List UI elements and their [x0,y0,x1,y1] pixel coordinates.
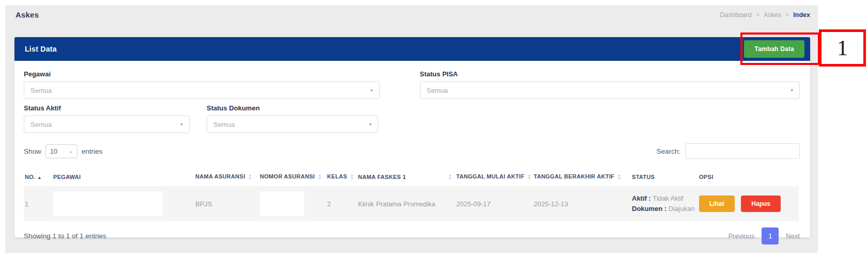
page-header: Askes Dashboard > Askes > Index [16,10,810,19]
sort-icon: ▲▼ [249,174,252,180]
cell-opsi: Lihat Hapus [698,186,799,221]
hapus-button[interactable]: Hapus [741,195,781,212]
cell-no: 1 [24,186,52,221]
filter-status-dokumen-label: Status Dokumen [207,104,378,112]
breadcrumb: Dashboard > Askes > Index [720,11,810,19]
entries-per-page-select[interactable]: 10 ⌄ [45,144,78,158]
dropdown-caret-icon: ▾ [370,88,373,93]
cell-nomor-asuransi [259,186,326,221]
column-header-no[interactable]: NO.▲ [24,167,52,186]
table-info: Showing 1 to 1 of 1 entries [24,232,106,240]
annotation-number-badge: 1 [819,29,866,67]
entries-per-page-value: 10 [50,148,57,155]
sort-icon: ▲▼ [617,174,621,180]
cell-nama-asuransi: BPJS [194,186,259,221]
column-header-nama-asuransi[interactable]: NAMA ASURANSI▲▼ [194,167,259,186]
search-input[interactable] [685,143,800,159]
breadcrumb-index-active: Index [793,11,810,19]
cell-pegawai [52,186,194,221]
column-header-kelas[interactable]: KELAS▲▼ [326,167,357,186]
sort-icon: ▲▼ [318,174,321,180]
dropdown-caret-icon: ▾ [791,88,793,93]
filter-pegawai: Pegawai Semua ▾ [24,70,380,99]
filter-pegawai-label: Pegawai [24,70,380,78]
entries-label: entries [82,148,103,155]
card-body: Pegawai Semua ▾ Status PISA Semua ▾ Stat… [14,61,810,244]
column-header-nama-faskes[interactable]: NAMA FASKES 1▲▼ [357,167,455,186]
search-label: Search: [656,148,680,155]
cell-status: Aktif : Tidak Aktif Dokumen : Diajukan [631,186,698,221]
filter-pegawai-value: Semua [30,87,52,94]
dropdown-caret-icon: ▾ [180,122,183,127]
sort-icon: ▲▼ [350,174,354,180]
sort-icon: ▲▼ [448,174,452,180]
pagination-page-1[interactable]: 1 [762,227,779,244]
table-header-row: NO.▲ PEGAWAI NAMA ASURANSI▲▼ NOMOR ASURA… [24,167,799,186]
filter-status-pisa: Status PISA Semua ▾ [420,70,800,99]
tambah-data-button[interactable]: Tambah Data [744,40,804,58]
list-data-card: List Data Tambah Data Pegawai Semua ▾ St… [14,37,810,237]
column-header-status: STATUS [631,167,698,186]
column-header-opsi: OPSI [698,167,799,186]
table-row: 1 BPJS 2 Klinik Pratama Promedika 2025-0… [24,186,799,221]
column-header-tanggal-mulai[interactable]: TANGGAL MULAI AKTIF▲▼ [455,167,533,186]
filter-status-aktif: Status Aktif Semua ▾ [24,104,190,133]
filter-status-aktif-label: Status Aktif [24,104,190,112]
filter-status-aktif-value: Semua [30,121,52,128]
cell-nama-faskes: Klinik Pratama Promedika [357,186,455,221]
status-dokumen-value: Diajukan [669,205,695,213]
status-aktif-label: Aktif : [632,194,651,202]
page-title: Askes [16,10,39,19]
card-header: List Data Tambah Data [14,37,810,61]
filter-status-dokumen: Status Dokumen Semua ▾ [207,104,378,133]
status-dokumen-label: Dokumen : [632,205,667,213]
dropdown-caret-icon: ▾ [369,122,371,127]
sort-icon: ▲▼ [528,174,531,180]
breadcrumb-dashboard[interactable]: Dashboard [720,11,752,19]
pagination: Previous 1 Next [729,227,800,244]
lihat-button[interactable]: Lihat [699,195,735,212]
dropdown-caret-icon: ⌄ [69,149,73,154]
entries-length-control: Show 10 ⌄ entries [24,144,102,158]
breadcrumb-askes[interactable]: Askes [764,11,781,19]
sort-asc-icon: ▲ [37,175,41,180]
column-header-tanggal-berakhir[interactable]: TANGGAL BERAKHIR AKTIF▲▼ [533,167,631,186]
askes-table: NO.▲ PEGAWAI NAMA ASURANSI▲▼ NOMOR ASURA… [24,167,799,221]
status-aktif-value: Tidak Aktif [653,194,683,202]
filter-status-pisa-label: Status PISA [420,70,800,78]
filter-status-aktif-select[interactable]: Semua ▾ [24,116,190,133]
breadcrumb-separator-icon: > [785,11,789,19]
column-header-nomor-asuransi[interactable]: NOMOR ASURANSI▲▼ [259,167,326,186]
filter-status-pisa-value: Semua [427,87,448,94]
redacted-nomor-asuransi-value [260,191,304,216]
filter-status-dokumen-value: Semua [213,121,235,128]
breadcrumb-separator-icon: > [756,11,760,19]
cell-tanggal-mulai: 2025-09-17 [455,186,533,221]
show-label: Show [24,148,41,155]
column-header-pegawai[interactable]: PEGAWAI [52,167,194,186]
pagination-next[interactable]: Next [786,232,800,240]
filter-pegawai-select[interactable]: Semua ▾ [24,81,380,99]
cell-tanggal-berakhir: 2025-12-13 [533,186,631,221]
cell-kelas: 2 [326,186,357,221]
pagination-previous[interactable]: Previous [729,232,755,240]
card-title: List Data [25,45,57,53]
redacted-pegawai-value [53,191,163,216]
filter-status-pisa-select[interactable]: Semua ▾ [420,81,800,99]
filter-status-dokumen-select[interactable]: Semua ▾ [207,116,378,133]
search-control: Search: [656,143,800,159]
